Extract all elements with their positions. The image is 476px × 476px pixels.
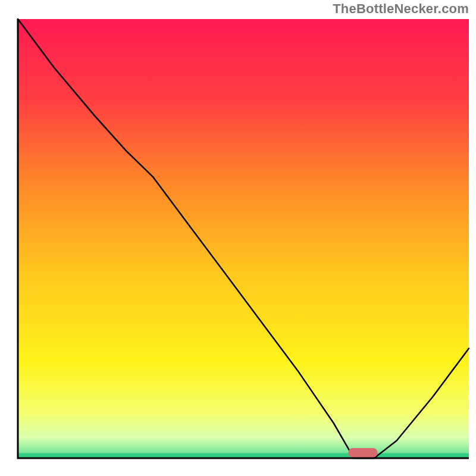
bottleneck-chart (0, 0, 476, 476)
plot-area (18, 19, 469, 458)
chart-container: TheBottleNecker.com (0, 0, 476, 476)
optimal-marker (348, 448, 377, 458)
